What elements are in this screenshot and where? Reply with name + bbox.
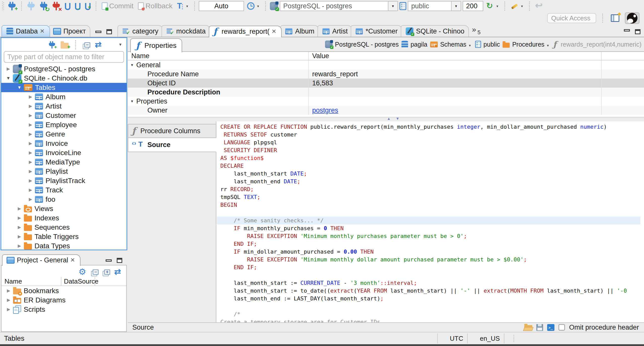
save-icon[interactable] — [536, 324, 543, 331]
dropdown-arrow-icon[interactable] — [388, 2, 397, 11]
expander-icon[interactable]: ▶ — [26, 122, 35, 127]
transaction-mode-button[interactable] — [176, 1, 191, 12]
expander-icon[interactable]: ▶ — [26, 169, 35, 174]
tab-album[interactable]: Album — [280, 25, 319, 37]
expander-icon[interactable]: ▶ — [26, 197, 35, 202]
expander-icon[interactable]: ▶ — [26, 159, 35, 165]
connect-button[interactable] — [26, 1, 37, 12]
schema-select[interactable]: public — [408, 1, 461, 11]
tab-customer[interactable]: *Customer — [351, 25, 402, 37]
property-row-owner[interactable]: Owner postgres — [128, 106, 644, 115]
tree-item-bookmarks[interactable]: ▶Bookmarks — [2, 286, 126, 295]
tab-sqlite-chinook[interactable]: SQLite - Chinoo — [401, 25, 469, 37]
tree-item-tables[interactable]: ▼Tables — [1, 83, 127, 92]
property-row-procedure-name[interactable]: Procedure Name rewards_report — [128, 70, 644, 79]
tab-mockdata[interactable]: mockdata — [162, 25, 210, 37]
maximize-icon[interactable] — [106, 29, 112, 34]
breadcrumb-procedures[interactable]: Procedures — [502, 41, 550, 48]
tree-item-artist[interactable]: ▶Artist — [1, 101, 127, 111]
tree-item-genre[interactable]: ▶Genre — [1, 129, 127, 139]
open-perspective-button[interactable] — [609, 13, 621, 24]
tree-item-data-types[interactable]: ▶Data Types — [1, 241, 127, 251]
tree-item-postgresql-postgres[interactable]: ▶PostgreSQL - postgres — [1, 64, 127, 74]
expander-icon[interactable]: ▶ — [26, 113, 35, 118]
locale-label[interactable]: en_US — [476, 335, 504, 342]
expander-icon[interactable]: ▶ — [4, 66, 13, 72]
column-header-datasource[interactable]: DataSource — [61, 277, 95, 286]
expander-icon[interactable]: ▶ — [4, 297, 13, 303]
expander-icon[interactable]: ▶ — [15, 215, 24, 221]
property-row-object-id[interactable]: Object ID 16,583 — [128, 79, 644, 88]
tree-item-album[interactable]: ▶Album — [1, 92, 127, 101]
grid-header-name[interactable]: Name — [128, 52, 309, 60]
collapse-all-icon[interactable] — [93, 269, 99, 275]
recent-sql-editor-button[interactable]: → — [73, 1, 82, 12]
column-header-name[interactable]: Name — [2, 277, 61, 286]
close-icon[interactable] — [40, 27, 46, 35]
minimize-icon[interactable] — [106, 259, 112, 262]
tree-item-mediatype[interactable]: ▶MediaType — [1, 157, 127, 167]
expander-icon[interactable]: ▶ — [4, 307, 13, 312]
minimize-icon[interactable] — [95, 31, 101, 33]
new-connection-icon[interactable]: + — [49, 41, 55, 49]
breadcrumb-schema[interactable]: public — [475, 40, 500, 48]
owner-link[interactable]: postgres — [312, 107, 338, 114]
close-icon[interactable] — [272, 28, 277, 36]
tree-item-sqlite-chinook-db[interactable]: ▼SQLite - Chinook.db — [1, 74, 127, 83]
property-row-procedure-description[interactable]: Procedure Description — [128, 88, 644, 97]
tab-project-general[interactable]: Project - General — [2, 254, 80, 266]
transaction-mode-select[interactable]: Auto — [199, 1, 244, 11]
tree-item-invoice[interactable]: ▶Invoice — [1, 139, 127, 148]
expander-icon[interactable]: ▶ — [26, 141, 35, 146]
query-history-button[interactable] — [246, 1, 262, 12]
expander-icon[interactable]: ▶ — [26, 103, 35, 109]
tree-item-customer[interactable]: ▶Customer — [1, 111, 127, 120]
tree-item-scripts[interactable]: ▶Scripts — [2, 305, 126, 314]
expander-icon[interactable]: ▶ — [15, 234, 24, 239]
tree-item-table-triggers[interactable]: ▶Table Triggers — [1, 232, 127, 241]
tree-item-employee[interactable]: ▶Employee — [1, 120, 127, 129]
breadcrumb-connection[interactable]: PostgreSQL - postgres — [325, 40, 399, 49]
auto-refresh-button[interactable] — [485, 1, 501, 12]
expander-icon[interactable]: ▶ — [26, 187, 35, 193]
fetch-size-input[interactable]: 200 — [463, 1, 483, 11]
navigator-filter-input[interactable] — [4, 51, 124, 63]
maximize-icon[interactable] — [635, 29, 640, 34]
expander-icon[interactable]: ▶ — [15, 225, 24, 230]
expander-icon[interactable]: ▶ — [26, 131, 35, 137]
quick-access-input[interactable]: Quick Access — [547, 13, 596, 23]
gear-icon[interactable] — [78, 268, 87, 276]
breadcrumb-procedure[interactable]: rewards_report(int4,numeric) — [553, 40, 641, 49]
collapse-all-icon[interactable] — [84, 42, 90, 48]
expander-icon[interactable]: ▼ — [15, 85, 24, 90]
tree-item-views[interactable]: ▶Views — [1, 204, 127, 213]
new-sql-editor-button[interactable]: + — [84, 1, 92, 12]
console-icon[interactable] — [547, 324, 554, 331]
group-row-general[interactable]: General — [128, 60, 644, 70]
commit-button[interactable]: Commit — [100, 1, 135, 12]
tab-rewards-report[interactable]: rewards_report( — [209, 26, 282, 37]
splitter-collapse-icon[interactable] — [387, 116, 401, 121]
tab-artist[interactable]: Artist — [317, 25, 352, 37]
tree-item-indexes[interactable]: ▶Indexes — [1, 213, 127, 223]
disconnect-button[interactable]: × — [51, 1, 62, 12]
close-icon[interactable] — [70, 256, 76, 264]
grid-header-value[interactable]: Value — [309, 52, 602, 60]
tab-projects[interactable]: Проект — [49, 25, 90, 37]
omit-header-checkbox[interactable] — [558, 324, 565, 331]
rollback-button[interactable]: Rollback — [136, 1, 174, 12]
tree-item-sequences[interactable]: ▶Sequences — [1, 223, 127, 232]
new-folder-icon[interactable]: + — [61, 43, 69, 49]
expander-icon[interactable]: ▼ — [4, 76, 13, 81]
open-file-icon[interactable] — [524, 325, 532, 331]
tab-category[interactable]: category — [117, 25, 163, 37]
tab-procedure-columns[interactable]: Procedure Columns — [128, 124, 216, 138]
tab-properties[interactable]: Properties — [130, 38, 182, 52]
breadcrumb-schemas[interactable]: Schemas — [430, 41, 472, 48]
tree-item-er-diagrams[interactable]: ▶ER Diagrams — [2, 295, 126, 305]
dropdown-arrow-icon[interactable] — [451, 2, 461, 11]
back-button[interactable] — [534, 1, 545, 12]
tree-item-playlisttrack[interactable]: ▶PlaylistTrack — [1, 176, 127, 185]
tree-item-invoiceline[interactable]: ▶InvoiceLine — [1, 148, 127, 157]
tree-item-foo[interactable]: ▶foo — [1, 195, 127, 204]
